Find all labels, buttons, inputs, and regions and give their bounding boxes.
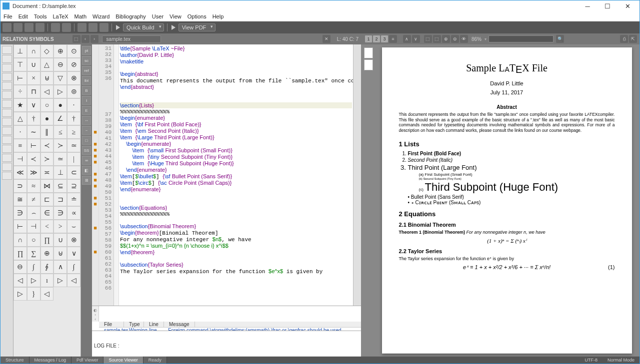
symbol-cell[interactable]: < [40,220,54,233]
menu-bibliography[interactable]: Bibliography [116,13,146,19]
menu-user[interactable]: User [152,13,164,19]
symbol-cell[interactable]: ∫ [67,260,80,274]
pdf-down-icon[interactable]: ∨ [412,35,420,43]
symbol-category-8[interactable] [2,118,12,126]
symbol-cell[interactable]: ▷ [27,274,40,287]
symbol-cell[interactable]: ⊢ [14,71,27,85]
symbol-cell[interactable]: ∋ [14,206,27,220]
symbol-cell[interactable]: ≺ [27,152,40,166]
symbol-cell[interactable]: ≃ [54,152,67,166]
quick-E[interactable]: E [82,106,91,115]
symbol-cell[interactable]: ⊣ [14,152,27,166]
quick-⊞[interactable]: ⊞ [82,176,91,185]
pdf-thumb-2[interactable] [364,59,373,70]
symbol-cell[interactable]: ⋈ [40,179,54,193]
symbol-cell[interactable]: ≤ [54,125,67,139]
symbol-cell[interactable]: ⊎ [40,71,54,85]
msg-next-icon[interactable]: › [94,313,96,317]
build-combo[interactable]: Quick Build [123,23,164,31]
external-icon[interactable]: ⇱ [629,35,637,43]
symbol-cell[interactable]: ▷ [54,85,67,98]
copy-button[interactable] [88,23,98,32]
editor-scrollbar[interactable] [353,44,361,306]
symbol-cell[interactable]: ⊏ [40,193,54,206]
symbol-cell[interactable]: ◁ [67,274,80,287]
symbol-cell[interactable]: · [67,98,80,112]
menu-help[interactable]: Help [212,13,224,19]
symbol-cell[interactable]: ⊓ [27,85,40,98]
symbol-category-0[interactable] [2,46,12,54]
symbol-category-2[interactable] [2,64,12,72]
symbol-cell[interactable]: ⊢ [14,220,27,233]
close-tab-icon[interactable]: ✕ [322,35,330,43]
symbol-cell[interactable]: · [14,125,27,139]
document-tab[interactable]: sample.tex [102,35,161,43]
quick-ref[interactable]: ref [82,66,91,75]
symbol-category-1[interactable] [2,55,12,63]
symbol-cell[interactable]: ○ [27,233,40,247]
symbol-cell[interactable]: ⊎ [54,247,67,260]
symbol-cell[interactable]: ● [54,98,67,112]
symbol-cell[interactable]: ∪ [54,233,67,247]
symbol-cell[interactable]: > [54,220,67,233]
symbol-cell[interactable]: △ [40,58,54,71]
pdf-preview-pane[interactable]: Sample LATEX File David P. Little July 1… [363,44,640,357]
col-file[interactable]: File [99,322,124,327]
symbol-category-11[interactable] [2,145,12,153]
symbol-cell[interactable]: † [27,112,40,125]
symbol-cell[interactable]: ∥ [40,125,54,139]
col-line[interactable]: Line [144,322,164,327]
symbol-cell[interactable]: ≠ [27,193,40,206]
symbol-cell[interactable]: ∪ [27,58,40,71]
symbol-cell[interactable]: ⊥ [54,166,67,179]
symbol-cell[interactable]: ≡ [14,139,27,152]
symbol-cell[interactable]: ∈ [40,206,54,220]
maximize-button[interactable]: ☐ [598,1,618,11]
view-icon[interactable] [172,25,176,30]
fit-width-icon[interactable]: ⬚ [424,35,432,43]
quick-◧[interactable]: ◧ [82,166,91,175]
redo-button[interactable] [62,23,71,32]
symbol-category-13[interactable] [2,163,12,171]
page-2-button[interactable]: 2 [373,35,380,42]
symbol-cell[interactable]: ⊣ [27,220,40,233]
tab-next[interactable]: › [90,35,98,43]
symbol-cell[interactable]: ◇ [40,44,54,58]
symbol-cell[interactable]: △ [14,112,27,125]
quick-SS[interactable]: SS [82,146,91,155]
symbol-cell[interactable]: ∨ [67,247,80,260]
symbol-cell[interactable]: ⊥ [14,44,27,58]
symbol-cell[interactable]: ÷ [14,85,27,98]
symbol-cell[interactable]: ⊙ [67,44,80,58]
zoom-level[interactable]: 86% [472,36,482,42]
quick-pt[interactable]: pt [82,46,91,55]
msg-toggle-icon[interactable]: ◐ [94,308,97,313]
symbol-cell[interactable]: ⊗ [67,233,80,247]
symbol-category-9[interactable] [2,127,12,135]
symbol-cell[interactable]: ▷ [54,274,67,287]
symbol-category-12[interactable] [2,154,12,162]
symbol-cell[interactable]: ≫ [27,166,40,179]
symbol-cell[interactable]: ∏ [40,233,54,247]
page-3-button[interactable]: 3 [381,35,388,42]
symbol-cell[interactable]: ⌣ [67,220,80,233]
symbol-cell[interactable]: ⊐ [54,193,67,206]
symbol-cell[interactable]: ∑ [27,247,40,260]
symbol-category-10[interactable] [2,136,12,144]
symbol-cell[interactable]: ≺ [40,139,54,152]
symbol-cell[interactable]: ⊕ [54,44,67,58]
symbol-cell[interactable]: ⊤ [14,58,27,71]
symbol-cell[interactable]: ⊇ [67,179,80,193]
page-1-button[interactable]: 1 [365,35,372,42]
symbol-cell[interactable]: ⊢ [27,139,40,152]
symbol-cell[interactable]: ⊖ [54,58,67,71]
pdf-search-input[interactable] [488,35,554,42]
symbol-cell[interactable]: ∩ [14,233,27,247]
menu-options[interactable]: Options [188,13,206,19]
fit-page-icon[interactable]: ⬚ [433,35,441,43]
status-tab-pdf-viewer[interactable]: Pdf Viewer [72,357,104,364]
status-tab-source-viewer[interactable]: Source Viewer [104,357,143,364]
saveall-button[interactable] [36,23,44,32]
symbol-cell[interactable]: ∝ [67,206,80,220]
symbol-cell[interactable]: | [67,152,80,166]
